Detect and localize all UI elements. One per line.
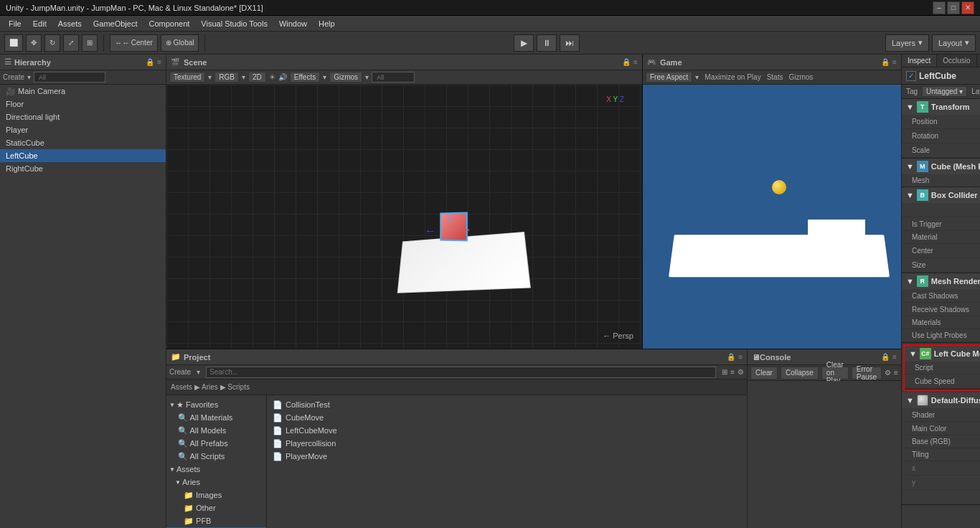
menu-file[interactable]: File <box>3 18 27 29</box>
toolbar-transform-handle[interactable]: ⬜ <box>4 34 23 52</box>
tag-label: Tag <box>906 88 918 95</box>
toolbar-rotate[interactable]: ↻ <box>44 34 60 52</box>
tree-favorites[interactable]: ▼ ★ Favorites <box>166 398 266 411</box>
layers-dropdown[interactable]: Layers ▾ <box>885 34 929 52</box>
create-dropdown[interactable]: Create <box>3 73 24 81</box>
scene-search[interactable] <box>372 72 415 82</box>
toolbar-scale[interactable]: ⤢ <box>63 34 79 52</box>
2d-btn[interactable]: 2D <box>248 72 266 82</box>
left-cube-move-header[interactable]: ▼ C# Left Cube Move (Script) ⚙ <box>905 346 980 362</box>
minimize-button[interactable]: – <box>933 1 946 14</box>
mesh-renderer-header[interactable]: ▼ R Mesh Renderer ⚙ <box>902 273 980 289</box>
game-header-controls: 🔒 ≡ <box>881 58 897 66</box>
hierarchy-item-directionallight[interactable]: Directional light <box>0 110 166 123</box>
hierarchy-menu[interactable]: ≡ <box>157 58 161 66</box>
toolbar-move[interactable]: ✥ <box>26 34 42 52</box>
project-lock[interactable]: 🔒 <box>727 353 735 361</box>
console-settings[interactable]: ⚙ <box>885 369 891 377</box>
project-panel: 📁 Project 🔒 ≡ Create ▾ ⊞ ≡ ⚙ <box>166 349 748 528</box>
effects-btn[interactable]: Effects <box>290 72 320 82</box>
free-aspect-btn[interactable]: Free Aspect <box>646 72 692 82</box>
hierarchy-item-staticcube[interactable]: StaticCube <box>0 136 166 149</box>
scene-menu[interactable]: ≡ <box>633 58 638 66</box>
tree-assets[interactable]: ▼ Assets <box>166 463 266 476</box>
project-settings[interactable]: ⚙ <box>738 368 744 376</box>
global-button[interactable]: ⊕ Global <box>161 34 199 52</box>
tree-pfb[interactable]: 📁 PFB <box>166 514 266 527</box>
file-playercollision[interactable]: 📄 Playercollision <box>270 437 744 450</box>
file-cubemove[interactable]: 📄 CubeMove <box>270 411 744 424</box>
tree-all-models[interactable]: 🔍 All Models <box>166 424 266 437</box>
project-create[interactable]: Create <box>169 368 191 376</box>
project-menu[interactable]: ≡ <box>738 353 743 361</box>
tree-images[interactable]: 📁 Images <box>166 489 266 501</box>
file-collisiontest[interactable]: 📄 CollisionTest <box>270 398 744 411</box>
tree-all-scripts[interactable]: 🔍 All Scripts <box>166 450 266 463</box>
game-view-header: 🎮 Game 🔒 ≡ <box>643 55 901 70</box>
scale-row: Scale X Y Z <box>902 143 980 158</box>
hierarchy-item-floor[interactable]: Floor <box>0 98 166 110</box>
close-button[interactable]: ✕ <box>961 1 974 14</box>
hierarchy-item-leftcube[interactable]: LeftCube <box>0 149 166 162</box>
tree-all-materials[interactable]: 🔍 All Materials <box>166 411 266 424</box>
rgb-btn[interactable]: RGB <box>215 72 239 82</box>
tab-occlusion[interactable]: Occlusio <box>937 55 976 67</box>
game-gizmos-btn[interactable]: Gizmos <box>788 73 813 81</box>
maximize-on-play[interactable]: Maximize on Play <box>705 73 760 81</box>
hierarchy-item-maincamera[interactable]: 🎥 Main Camera <box>0 85 166 98</box>
tree-all-prefabs[interactable]: 🔍 All Prefabs <box>166 437 266 450</box>
toolbar-rect[interactable]: ⊞ <box>82 34 98 52</box>
menu-assets[interactable]: Assets <box>52 18 88 29</box>
material-header[interactable]: ▼ Default-Diffuse ⚙ <box>902 392 980 408</box>
mesh-filter-header[interactable]: ▼ M Cube (Mesh Filter) ⚙ <box>902 159 980 174</box>
mesh-filter-title: Cube (Mesh Filter) <box>931 162 980 171</box>
is-trigger-label: Is Trigger <box>912 220 980 228</box>
obj-active-checkbox[interactable]: ✓ <box>906 71 916 81</box>
maximize-button[interactable]: □ <box>947 1 960 14</box>
center-button[interactable]: ↔ ↔ Center <box>110 34 158 52</box>
transform-header[interactable]: ▼ T Transform ⚙ <box>902 99 980 115</box>
hierarchy-lock[interactable]: 🔒 <box>146 58 154 66</box>
step-button[interactable]: ⏭ <box>560 34 580 52</box>
menu-window[interactable]: Window <box>273 18 313 29</box>
hierarchy-item-player[interactable]: Player <box>0 123 166 136</box>
game-view-toolbar: Free Aspect ▾ Maximize on Play Stats Giz… <box>643 70 901 85</box>
menu-vstudio[interactable]: Visual Studio Tools <box>195 18 273 29</box>
stats-btn[interactable]: Stats <box>767 73 783 81</box>
box-collider-header[interactable]: ▼ B Box Collider ⚙ <box>902 187 980 203</box>
menu-help[interactable]: Help <box>313 18 341 29</box>
menu-component[interactable]: Component <box>143 18 195 29</box>
console-lock[interactable]: 🔒 <box>881 353 890 361</box>
tag-value[interactable]: Untagged ▾ <box>922 86 967 97</box>
tab-inspect[interactable]: Inspect <box>902 55 937 67</box>
project-icon-view[interactable]: ⊞ <box>722 368 727 376</box>
menu-gameobject[interactable]: GameObject <box>88 18 143 29</box>
project-search-input[interactable] <box>206 367 716 378</box>
console-menu[interactable]: ≡ <box>892 353 897 361</box>
project-list-view[interactable]: ≡ <box>730 368 735 376</box>
tiling-x-row: x <box>902 461 980 476</box>
scene-lock[interactable]: 🔒 <box>622 58 631 66</box>
collapse-button[interactable]: Collapse <box>781 367 819 380</box>
tree-aries[interactable]: ▼ Aries <box>166 476 266 489</box>
tree-other[interactable]: 📁 Other <box>166 501 266 514</box>
hierarchy-search[interactable] <box>34 72 105 82</box>
script-title: Left Cube Move (Script) <box>934 349 980 358</box>
tab-lightmap[interactable]: Lightma <box>977 55 980 67</box>
game-lock[interactable]: 🔒 <box>881 58 890 66</box>
menu-edit[interactable]: Edit <box>27 18 52 29</box>
textured-btn[interactable]: Textured <box>169 72 205 82</box>
clear-button[interactable]: Clear <box>750 367 778 380</box>
layout-dropdown[interactable]: Layout ▾ <box>932 34 976 52</box>
file-playermove[interactable]: 📄 PlayerMove <box>270 450 744 463</box>
console-menu2[interactable]: ≡ <box>894 369 898 377</box>
play-button[interactable]: ▶ <box>514 34 534 52</box>
file-leftcubemove[interactable]: 📄 LeftCubeMove <box>270 424 744 437</box>
gizmos-btn[interactable]: Gizmos <box>329 72 362 82</box>
pause-button[interactable]: ⏸ <box>537 34 557 52</box>
game-menu[interactable]: ≡ <box>892 58 897 66</box>
error-pause-button[interactable]: Error Pause <box>852 367 882 380</box>
clear-on-play-button[interactable]: Clear on Play <box>821 367 849 380</box>
hierarchy-item-rightcube[interactable]: RightCube <box>0 162 166 175</box>
console-content <box>748 381 901 528</box>
